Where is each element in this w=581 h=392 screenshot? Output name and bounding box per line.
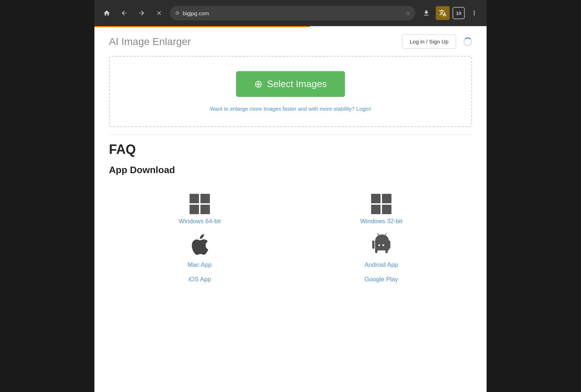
android-icon [369, 232, 394, 258]
app-item-windows32: Windows 32-bit [290, 194, 472, 225]
browser-wrapper: ⚙ bigjpg.com ☆ 10 [0, 0, 581, 392]
toolbar-icons: 10 [420, 6, 481, 20]
close-tab-button[interactable] [153, 7, 166, 20]
select-images-label: Select Images [267, 78, 327, 90]
header-right: Log in / Sign Up [402, 34, 472, 49]
app-item-ios: iOS App [109, 276, 290, 283]
app-download-title: App Download [109, 164, 472, 176]
tab-count[interactable]: 10 [452, 7, 465, 19]
windows64-link[interactable]: Windows 64-bit [179, 218, 221, 225]
faq-section: FAQ App Download [94, 142, 487, 194]
translate-button[interactable] [436, 6, 450, 20]
left-sidebar [0, 0, 94, 392]
bookmark-icon: ☆ [405, 10, 410, 17]
app-item-android: Android App [290, 232, 472, 269]
plus-circle-icon: ⊕ [254, 79, 263, 89]
app-item-google-play: Google Play [290, 276, 472, 283]
browser-window: ⚙ bigjpg.com ☆ 10 [94, 0, 487, 392]
forward-button[interactable] [135, 7, 148, 20]
google-play-link[interactable]: Google Play [365, 276, 398, 283]
ios-app-link[interactable]: iOS App [188, 276, 211, 283]
browser-toolbar: ⚙ bigjpg.com ☆ 10 [94, 0, 487, 26]
address-bar[interactable]: ⚙ bigjpg.com ☆ [170, 6, 415, 20]
section-divider [109, 134, 472, 135]
app-download-grid: Windows 64-bit Windows 32-bit [94, 194, 487, 283]
login-prompt-text: Want to enlarge more images faster and w… [210, 106, 371, 112]
menu-button[interactable] [468, 7, 481, 20]
android-app-link[interactable]: Android App [365, 261, 398, 269]
drop-zone[interactable]: ⊕ Select Images Want to enlarge more ima… [109, 56, 472, 127]
windows32-link[interactable]: Windows 32-bit [360, 218, 402, 225]
app-item-mac: Mac App [109, 232, 290, 269]
site-header: AI Image Enlarger Log in / Sign Up [94, 27, 487, 56]
home-button[interactable] [100, 7, 113, 20]
windows-icon [190, 194, 210, 214]
address-security-icon: ⚙ [175, 10, 180, 16]
app-item-windows64: Windows 64-bit [109, 194, 290, 225]
select-images-button[interactable]: ⊕ Select Images [236, 71, 345, 97]
faq-title: FAQ [109, 142, 472, 157]
windows-icon-32 [371, 194, 391, 214]
page-content: AI Image Enlarger Log in / Sign Up ⊕ Sel… [94, 27, 487, 392]
site-title: AI Image Enlarger [109, 36, 191, 48]
url-text: bigjpg.com [183, 10, 402, 16]
mac-app-link[interactable]: Mac App [188, 261, 212, 269]
back-button[interactable] [118, 7, 131, 20]
download-button[interactable] [420, 7, 433, 20]
login-signup-button[interactable]: Log in / Sign Up [402, 34, 456, 49]
apple-icon [187, 232, 212, 258]
loading-spinner [463, 37, 472, 46]
